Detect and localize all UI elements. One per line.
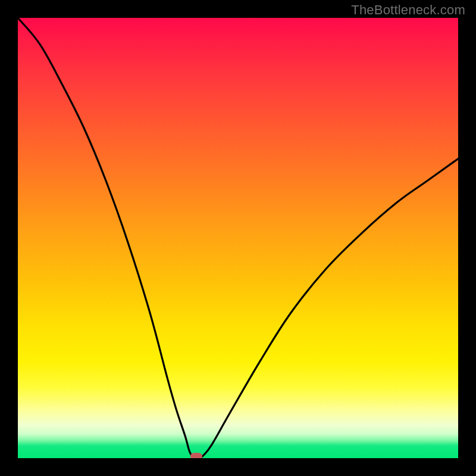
bottleneck-curve	[18, 18, 458, 458]
curve-path	[18, 18, 458, 458]
minimum-marker	[190, 453, 202, 458]
chart-frame: TheBottleneck.com	[0, 0, 476, 476]
plot-area	[18, 18, 458, 458]
watermark-text: TheBottleneck.com	[351, 2, 465, 18]
